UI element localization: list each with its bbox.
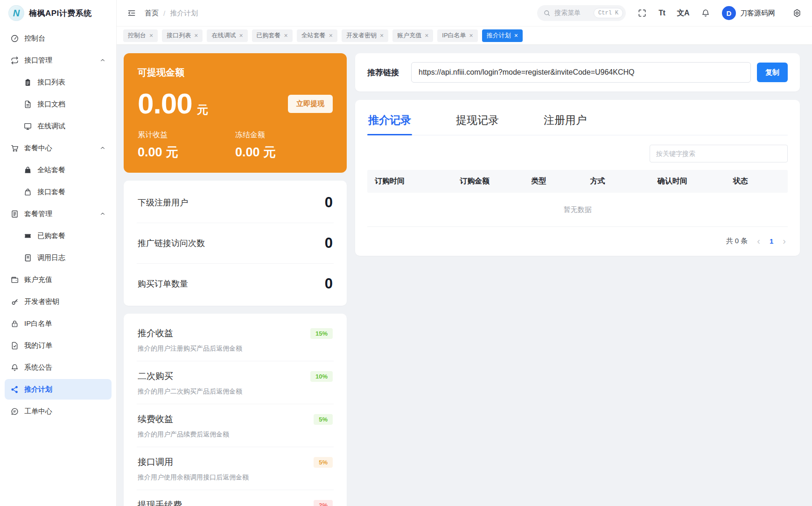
left-column: 可提现金额 0.00 元 立即提现 累计收益 0.00 元 冻结金额 0 <box>124 53 347 498</box>
next-page-icon[interactable]: › <box>783 236 786 246</box>
commission-title: 推介收益 <box>138 327 242 339</box>
rate-badge: 15% <box>310 328 333 339</box>
tag-console[interactable]: 控制台× <box>123 29 158 42</box>
tag-online-debug[interactable]: 在线调试× <box>207 29 247 42</box>
brand-title: 楠枫API计费系统 <box>29 8 92 19</box>
commission-info: 推介收益 推介的用户注册购买产品后返佣金额 <box>138 327 242 353</box>
close-icon[interactable]: × <box>380 32 384 39</box>
tab-withdrawal-records[interactable]: 提现记录 <box>455 111 500 135</box>
stat-label: 推广链接访问次数 <box>138 238 205 249</box>
right-column: 推荐链接 复制 推介记录 提现记录 注册用户 <box>355 53 800 498</box>
sidebar-item-system-announcements[interactable]: 系统公告 <box>5 357 112 378</box>
breadcrumb-separator: / <box>163 9 165 17</box>
sidebar-item-label: 套餐管理 <box>24 210 52 218</box>
commission-info: 提现手续费 提现金额收取的手续费用 <box>138 499 210 506</box>
tag-ip-whitelist[interactable]: IP白名单× <box>437 29 477 42</box>
gear-icon[interactable] <box>792 8 802 18</box>
tag-label: 全站套餐 <box>301 31 326 40</box>
top-navbar: 首页 / 推介计划 搜索菜单 Ctrl K Tt 文A D 刀客源码网 <box>117 0 812 26</box>
commission-title: 提现手续费 <box>138 499 210 506</box>
sidebar-item-label: 控制台 <box>24 34 45 43</box>
tag-label: 接口列表 <box>167 31 191 40</box>
tag-site-packages[interactable]: 全站套餐× <box>297 29 337 42</box>
rate-badge: 10% <box>310 371 333 382</box>
sidebar-item-api-docs[interactable]: 接口文档 <box>5 94 112 114</box>
commission-info: 续费收益 推介的用户产品续费后返佣金额 <box>138 413 229 439</box>
sidebar-item-referral-plan[interactable]: 推介计划 <box>5 379 112 400</box>
sidebar-group-package-center[interactable]: 套餐中心 <box>5 138 112 158</box>
breadcrumb-home[interactable]: 首页 <box>145 9 159 18</box>
page-content: 可提现金额 0.00 元 立即提现 累计收益 0.00 元 冻结金额 0 <box>117 45 812 506</box>
copy-button[interactable]: 复制 <box>757 63 788 82</box>
tag-label: 在线调试 <box>211 31 236 40</box>
close-icon[interactable]: × <box>239 32 243 39</box>
sidebar-item-label: 接口管理 <box>24 56 52 65</box>
sidebar-group-package-management[interactable]: 套餐管理 <box>5 204 112 224</box>
sidebar-item-console[interactable]: 控制台 <box>5 28 112 49</box>
referral-link-input[interactable] <box>411 62 751 83</box>
sidebar-item-developer-keys[interactable]: 开发者密钥 <box>5 291 112 312</box>
referral-link-label: 推荐链接 <box>367 67 399 78</box>
stat-value: 0.00 元 <box>235 144 333 161</box>
chevron-up-icon <box>99 211 106 217</box>
font-size-icon[interactable]: Tt <box>658 9 665 17</box>
sidebar-group-api-management[interactable]: 接口管理 <box>5 50 112 70</box>
stat-label: 下级注册用户 <box>138 197 188 208</box>
sidebar-item-my-orders[interactable]: 我的订单 <box>5 335 112 356</box>
sidebar-item-online-debug[interactable]: 在线调试 <box>5 116 112 136</box>
sidebar-item-call-logs[interactable]: 调用日志 <box>5 247 112 268</box>
sidebar-item-label: 已购套餐 <box>37 232 65 240</box>
translate-icon[interactable]: 文A <box>677 8 689 18</box>
tag-referral-plan[interactable]: 推介计划× <box>482 29 523 42</box>
sidebar-item-ip-whitelist[interactable]: IP白名单 <box>5 313 112 334</box>
tag-api-list[interactable]: 接口列表× <box>162 29 203 42</box>
tag-developer-keys[interactable]: 开发者密钥× <box>342 29 388 42</box>
close-icon[interactable]: × <box>284 32 288 39</box>
withdraw-button[interactable]: 立即提现 <box>288 95 333 113</box>
close-icon[interactable]: × <box>194 32 198 39</box>
sidebar: N 楠枫API计费系统 控制台 接口管理 接口列表 接口文档 <box>0 0 117 506</box>
keyword-search-input[interactable] <box>650 145 788 162</box>
tab-referral-records[interactable]: 推介记录 <box>367 111 412 135</box>
close-icon[interactable]: × <box>514 32 518 39</box>
close-icon[interactable]: × <box>149 32 153 39</box>
navbar-right: 搜索菜单 Ctrl K Tt 文A D 刀客源码网 <box>537 5 802 21</box>
stat-value: 0 <box>325 194 333 211</box>
tag-purchased-packages[interactable]: 已购套餐× <box>252 29 293 42</box>
stat-value: 0.00 元 <box>138 144 235 161</box>
sidebar-menu: 控制台 接口管理 接口列表 接口文档 在线调试 套餐中心 <box>0 26 116 506</box>
sidebar-item-label: 推介计划 <box>24 385 52 394</box>
column-header: 确认时间 <box>658 170 733 193</box>
records-tabs: 推介记录 提现记录 注册用户 <box>367 111 788 135</box>
wallet-unit: 元 <box>197 102 208 117</box>
frozen-amount: 冻结金额 0.00 元 <box>235 130 333 161</box>
sidebar-item-label: IP白名单 <box>24 319 52 328</box>
sidebar-item-label: 接口套餐 <box>37 188 65 197</box>
empty-state-row: 暂无数据 <box>367 193 788 227</box>
pagination: 共 0 条 ‹ 1 › <box>367 227 788 246</box>
sidebar-item-purchased-packages[interactable]: 已购套餐 <box>5 225 112 246</box>
sidebar-item-ticket-center[interactable]: 工单中心 <box>5 401 112 422</box>
bell-icon <box>10 363 19 372</box>
stat-row-link-visits: 推广链接访问次数 0 <box>137 223 334 264</box>
collapse-menu-icon[interactable] <box>127 8 136 18</box>
fullscreen-icon[interactable] <box>637 8 647 18</box>
tab-registered-users[interactable]: 注册用户 <box>543 111 588 135</box>
sidebar-item-api-list[interactable]: 接口列表 <box>5 72 112 92</box>
commission-row: 续费收益 推介的用户产品续费后返佣金额 5% <box>137 404 334 447</box>
search-input[interactable]: 搜索菜单 Ctrl K <box>537 5 626 21</box>
close-icon[interactable]: × <box>469 32 473 39</box>
sidebar-item-api-packages[interactable]: 接口套餐 <box>5 182 112 202</box>
tag-account-recharge[interactable]: 账户充值× <box>392 29 433 42</box>
commission-desc: 推介的用户注册购买产品后返佣金额 <box>138 344 242 353</box>
column-header: 订购金额 <box>460 170 531 193</box>
close-icon[interactable]: × <box>329 32 333 39</box>
sidebar-item-site-packages[interactable]: 全站套餐 <box>5 160 112 180</box>
close-icon[interactable]: × <box>425 32 428 39</box>
prev-page-icon[interactable]: ‹ <box>757 236 760 246</box>
user-menu[interactable]: D 刀客源码网 <box>722 6 775 20</box>
notification-bell-icon[interactable] <box>701 8 710 18</box>
rate-badge: 5% <box>314 457 333 468</box>
page-number[interactable]: 1 <box>770 237 773 245</box>
sidebar-item-account-recharge[interactable]: 账户充值 <box>5 269 112 290</box>
